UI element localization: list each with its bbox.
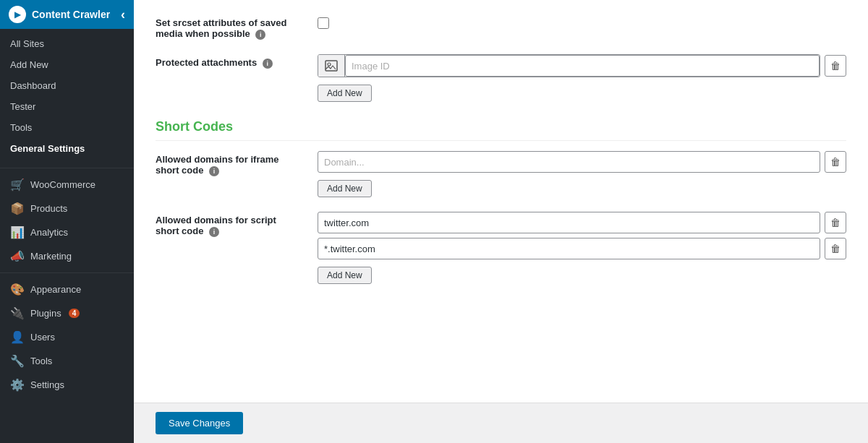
marketing-label: Marketing (30, 251, 72, 262)
svg-point-1 (328, 63, 331, 66)
allowed-domains-iframe-control: 🗑 Add New (318, 151, 846, 197)
top-section: Set srcset attributes of saved media whe… (156, 14, 846, 102)
tools2-icon: 🔧 (10, 354, 25, 368)
sidebar-item-products[interactable]: 📦 Products (0, 197, 134, 220)
sidebar-title: Content Crawler (32, 9, 110, 20)
twitter-delete-button-2[interactable]: 🗑 (825, 238, 846, 259)
all-sites-label: All Sites (10, 38, 44, 49)
twitter-delete-button-1[interactable]: 🗑 (825, 212, 846, 233)
users-icon: 👤 (10, 330, 25, 344)
sidebar: ▶ Content Crawler ‹ All Sites Add New Da… (0, 0, 134, 443)
sidebar-item-analytics[interactable]: 📊 Analytics (0, 220, 134, 244)
dashboard-label: Dashboard (10, 80, 56, 91)
sidebar-header[interactable]: ▶ Content Crawler ‹ (0, 0, 134, 29)
sidebar-divider-1 (0, 168, 134, 168)
tools-label: Tools (10, 122, 32, 133)
appearance-label: Appearance (30, 284, 81, 295)
allowed-domains-script-info-icon[interactable]: i (209, 227, 219, 237)
save-changes-button[interactable]: Save Changes (156, 412, 243, 434)
domain-iframe-row: 🗑 (318, 151, 846, 173)
image-id-delete-button[interactable]: 🗑 (825, 55, 846, 77)
marketing-icon: 📣 (10, 249, 25, 263)
allowed-domains-iframe-label: Allowed domains for iframe short code i (156, 151, 300, 176)
allowed-domains-iframe-row: Allowed domains for iframe short code i … (156, 151, 846, 197)
sidebar-item-general-settings[interactable]: General Settings (0, 138, 134, 159)
sidebar-item-woocommerce[interactable]: 🛒 WooCommerce (0, 173, 134, 197)
allowed-domains-script-row: Allowed domains for script short code i … (156, 212, 846, 284)
sidebar-item-add-new[interactable]: Add New (0, 54, 134, 75)
sidebar-item-users[interactable]: 👤 Users (0, 325, 134, 349)
image-icon (318, 55, 345, 77)
woocommerce-label: WooCommerce (30, 179, 95, 190)
srcset-label: Set srcset attributes of saved media whe… (156, 14, 300, 40)
allowed-domains-script-label: Allowed domains for script short code i (156, 212, 300, 237)
products-icon: 📦 (10, 202, 25, 215)
protected-attachments-control: 🗑 Add New (318, 54, 846, 102)
sidebar-item-settings[interactable]: ⚙️ Settings (0, 373, 134, 397)
sidebar-wp-section: 🎨 Appearance 🔌 Plugins 4 👤 Users 🔧 Tools… (0, 278, 134, 397)
add-new-label: Add New (10, 59, 48, 70)
tools2-label: Tools (30, 356, 52, 366)
srcset-row: Set srcset attributes of saved media whe… (156, 14, 846, 40)
allowed-domains-iframe-info-icon[interactable]: i (209, 166, 219, 176)
sidebar-top-nav: All Sites Add New Dashboard Tester Tools… (0, 29, 134, 163)
srcset-info-icon[interactable]: i (255, 30, 265, 40)
sidebar-item-tools[interactable]: Tools (0, 117, 134, 138)
sidebar-item-tester[interactable]: Tester (0, 96, 134, 117)
settings-icon: ⚙️ (10, 378, 25, 392)
twitter-row-1: 🗑 (318, 212, 846, 233)
plugins-icon: 🔌 (10, 306, 25, 320)
image-id-row: 🗑 (318, 54, 846, 77)
protected-attachments-label: Protected attachments i (156, 54, 300, 69)
protected-attachments-add-new-button[interactable]: Add New (318, 85, 372, 102)
script-add-new-button[interactable]: Add New (318, 267, 372, 284)
sidebar-logo: ▶ (9, 6, 26, 23)
protected-attachments-row: Protected attachments i (156, 54, 846, 102)
sidebar-divider-2 (0, 272, 134, 273)
twitter-input-1[interactable] (318, 212, 820, 233)
settings-label: Settings (30, 379, 64, 390)
short-codes-title: Short Codes (156, 119, 846, 141)
sidebar-item-tools2[interactable]: 🔧 Tools (0, 349, 134, 373)
tester-label: Tester (10, 101, 35, 112)
footer: Save Changes (134, 403, 868, 443)
plugins-badge: 4 (69, 309, 80, 318)
sidebar-item-appearance[interactable]: 🎨 Appearance (0, 278, 134, 301)
domain-iframe-input[interactable] (318, 151, 820, 173)
srcset-control (318, 14, 846, 31)
srcset-checkbox[interactable] (318, 17, 329, 29)
sidebar-item-dashboard[interactable]: Dashboard (0, 75, 134, 96)
iframe-add-new-button[interactable]: Add New (318, 180, 372, 197)
appearance-icon: 🎨 (10, 283, 25, 296)
general-settings-label: General Settings (10, 143, 85, 154)
users-label: Users (30, 332, 55, 343)
domain-iframe-delete-button[interactable]: 🗑 (825, 151, 846, 173)
protected-attachments-info-icon[interactable]: i (263, 59, 273, 69)
short-codes-section: Short Codes Allowed domains for iframe s… (156, 119, 846, 284)
sidebar-woo-section: 🛒 WooCommerce 📦 Products 📊 Analytics 📣 M… (0, 173, 134, 268)
sidebar-item-marketing[interactable]: 📣 Marketing (0, 244, 134, 268)
main-content: Set srcset attributes of saved media whe… (134, 0, 868, 443)
plugins-label: Plugins (30, 308, 61, 319)
twitter-input-2[interactable] (318, 238, 820, 259)
sidebar-item-plugins[interactable]: 🔌 Plugins 4 (0, 301, 134, 325)
image-id-input[interactable] (345, 55, 820, 77)
allowed-domains-script-control: 🗑 🗑 Add New (318, 212, 846, 284)
products-label: Products (30, 203, 67, 214)
sidebar-item-all-sites[interactable]: All Sites (0, 33, 134, 54)
analytics-icon: 📊 (10, 225, 25, 239)
woocommerce-icon: 🛒 (10, 178, 25, 192)
sidebar-collapse-icon[interactable]: ‹ (121, 7, 125, 22)
content-area: Set srcset attributes of saved media whe… (134, 0, 868, 403)
twitter-row-2: 🗑 (318, 238, 846, 259)
analytics-label: Analytics (30, 227, 68, 238)
image-id-wrap (318, 54, 820, 77)
